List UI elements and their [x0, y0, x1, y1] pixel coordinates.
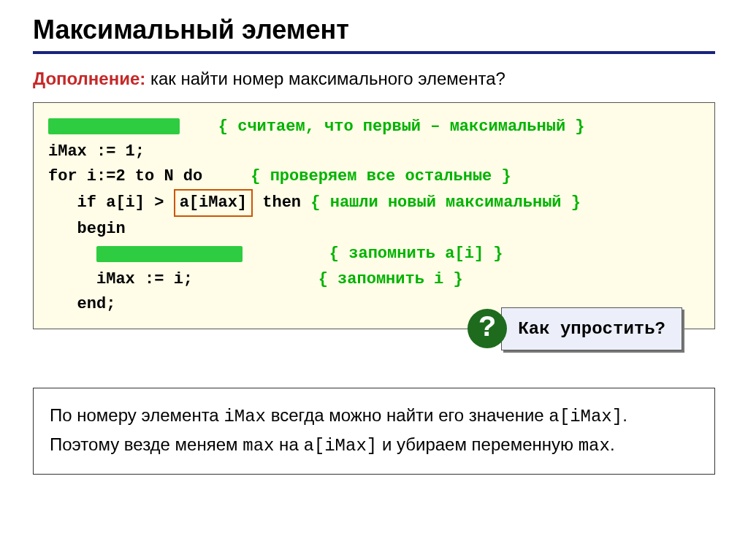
explain-t1: По номеру элемента: [50, 405, 224, 425]
subtitle-prefix: Дополнение:: [33, 69, 145, 88]
comment-1: { считаем, что первый – максимальный }: [218, 118, 585, 136]
subtitle-rest: как найти номер максимального элемента?: [145, 69, 505, 88]
explain-m1: iMax: [224, 407, 266, 426]
simplify-label: Как упростить?: [501, 307, 682, 350]
hidden-block-1: [48, 118, 180, 134]
code-for: for i:=2 to N do: [48, 167, 202, 185]
explain-m4: a[iMax]: [303, 436, 377, 456]
simplify-callout: ? Как упростить?: [468, 307, 682, 350]
explain-m3: max: [243, 436, 274, 456]
code-line-4: if a[i] > a[iMax] then { нашли новый мак…: [48, 189, 700, 217]
subtitle: Дополнение: как найти номер максимальног…: [33, 69, 715, 89]
explain-t5: и убираем переменную: [377, 434, 578, 454]
code-line-5: begin: [48, 217, 700, 242]
explain-m2: a[iMax]: [549, 407, 622, 426]
code-line-1: { считаем, что первый – максимальный }: [48, 115, 700, 139]
explain-m5: max: [579, 436, 610, 456]
code-line-7: iMax := i; { запомнить i }: [48, 267, 700, 292]
comment-4: { запомнить a[i] }: [329, 245, 503, 263]
explain-t2: всегда можно найти его значение: [266, 405, 549, 425]
code-block: { считаем, что первый – максимальный } i…: [33, 102, 715, 329]
page-title: Максимальный элемент: [33, 15, 715, 45]
explain-t6: .: [610, 434, 615, 454]
code-line-6: { запомнить a[i] }: [48, 242, 700, 266]
explain-t4: на: [274, 434, 303, 454]
code-if-b: then: [253, 193, 310, 212]
hidden-block-2: [96, 246, 243, 262]
code-line-3: for i:=2 to N do { проверяем все остальн…: [48, 164, 700, 189]
explanation-box: По номеру элемента iMax всегда можно най…: [33, 388, 715, 475]
aimx-box: a[iMax]: [174, 189, 253, 217]
code-imax-assign: iMax := i;: [48, 270, 193, 288]
comment-2: { проверяем все остальные }: [251, 167, 511, 185]
comment-3: { нашли новый максимальный }: [310, 193, 581, 212]
comment-5: { запомнить i }: [318, 270, 463, 288]
code-if-a: if a[i] >: [48, 193, 174, 212]
code-line-2: iMax := 1;: [48, 139, 700, 164]
title-divider: [33, 51, 715, 54]
